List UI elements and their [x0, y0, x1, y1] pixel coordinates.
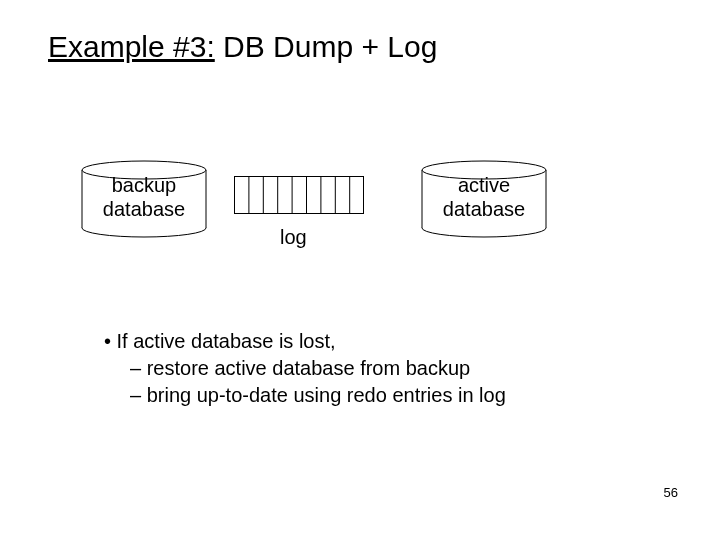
backup-database-label: backup database [80, 174, 208, 221]
page-number: 56 [664, 485, 678, 500]
slide: Example #3: DB Dump + Log backup databas… [0, 0, 720, 540]
log-box [234, 176, 364, 214]
bullet-1-text: If active database is lost, [117, 330, 336, 352]
active-database-label: active database [420, 174, 548, 221]
bullet-1: If active database is lost, [104, 328, 506, 355]
log-rect-icon [234, 176, 364, 214]
active-label-line2: database [443, 198, 525, 220]
bullet-1a-text: restore active database from backup [147, 357, 471, 379]
backup-database-cylinder: backup database [80, 160, 208, 230]
bullet-1b-text: bring up-to-date using redo entries in l… [147, 384, 506, 406]
bullet-1b: bring up-to-date using redo entries in l… [104, 382, 506, 409]
log-label: log [280, 226, 307, 249]
bullet-1a: restore active database from backup [104, 355, 506, 382]
backup-label-line1: backup [112, 174, 177, 196]
slide-title: Example #3: DB Dump + Log [48, 30, 437, 64]
title-rest: DB Dump + Log [215, 30, 438, 63]
title-underlined: Example #3: [48, 30, 215, 63]
svg-rect-5 [235, 177, 364, 214]
bullet-list: If active database is lost, restore acti… [104, 328, 506, 409]
active-database-cylinder: active database [420, 160, 548, 230]
backup-label-line2: database [103, 198, 185, 220]
diagram-area: backup database log [80, 160, 640, 280]
active-label-line1: active [458, 174, 510, 196]
